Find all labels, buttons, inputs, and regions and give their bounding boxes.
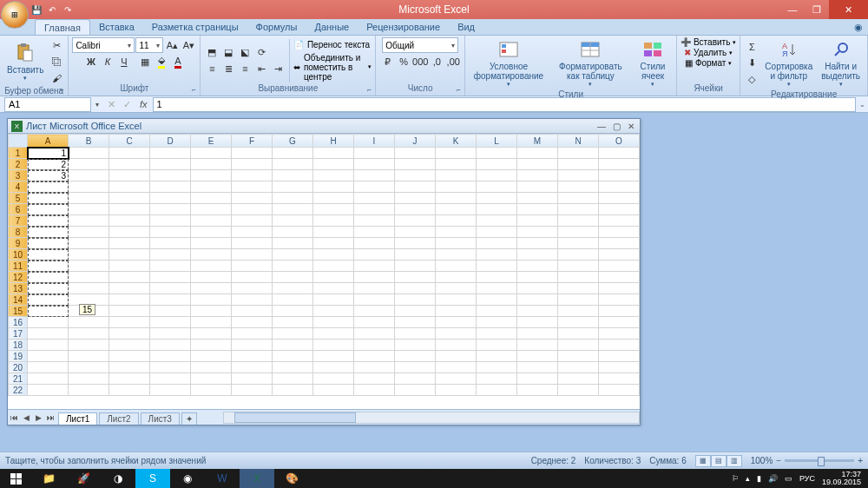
- cell-I19[interactable]: [354, 351, 395, 362]
- cell-E10[interactable]: [191, 249, 232, 260]
- name-box[interactable]: A1: [4, 97, 91, 112]
- undo-icon[interactable]: ↶: [46, 3, 58, 16]
- cell-M2[interactable]: [517, 159, 558, 170]
- cell-M3[interactable]: [517, 170, 558, 181]
- cell-D11[interactable]: [150, 260, 191, 272]
- cell-H3[interactable]: [313, 170, 354, 181]
- taskbar-explorer[interactable]: 📁: [31, 469, 66, 488]
- clear-button[interactable]: ◇: [744, 72, 760, 88]
- redo-icon[interactable]: ↷: [62, 3, 74, 16]
- cell-A21[interactable]: [28, 373, 69, 385]
- cell-B8[interactable]: [69, 227, 109, 238]
- cell-K19[interactable]: [436, 351, 477, 362]
- cell-B12[interactable]: [69, 272, 109, 283]
- align-top-button[interactable]: ⬒: [204, 44, 220, 60]
- cell-D5[interactable]: [150, 193, 191, 204]
- cell-D4[interactable]: [150, 181, 191, 193]
- cell-K21[interactable]: [436, 373, 477, 385]
- cell-C3[interactable]: [109, 170, 150, 181]
- cell-A20[interactable]: [28, 362, 69, 373]
- tray-lang[interactable]: РУС: [799, 474, 815, 483]
- row-header-21[interactable]: 21: [9, 373, 28, 385]
- sheet-tab-1[interactable]: Лист1: [58, 412, 97, 425]
- cell-L7[interactable]: [477, 215, 517, 227]
- namebox-dropdown[interactable]: ▾: [91, 101, 103, 109]
- cell-H14[interactable]: [313, 294, 354, 306]
- cell-F12[interactable]: [232, 272, 273, 283]
- font-size-combo[interactable]: 11▾: [135, 37, 163, 53]
- cell-A5[interactable]: [28, 193, 69, 204]
- cell-F20[interactable]: [232, 362, 273, 373]
- cell-L4[interactable]: [477, 181, 517, 193]
- cell-D14[interactable]: [150, 294, 191, 306]
- cell-J15[interactable]: [395, 306, 436, 317]
- cell-F13[interactable]: [232, 283, 273, 294]
- cell-H12[interactable]: [313, 272, 354, 283]
- cell-F7[interactable]: [232, 215, 273, 227]
- cell-G20[interactable]: [273, 362, 313, 373]
- cell-K2[interactable]: [436, 159, 477, 170]
- cell-A12[interactable]: [28, 272, 69, 283]
- cell-B1[interactable]: [69, 148, 109, 159]
- cell-N4[interactable]: [558, 181, 599, 193]
- cell-H5[interactable]: [313, 193, 354, 204]
- cell-L15[interactable]: [477, 306, 517, 317]
- cell-O3[interactable]: [599, 170, 640, 181]
- cell-G18[interactable]: [273, 340, 313, 351]
- sheet-nav-next[interactable]: ▶: [32, 413, 44, 422]
- cell-I22[interactable]: [354, 385, 395, 396]
- col-header-D[interactable]: D: [150, 135, 191, 148]
- cell-H18[interactable]: [313, 340, 354, 351]
- cell-D1[interactable]: [150, 148, 191, 159]
- col-header-C[interactable]: C: [109, 135, 150, 148]
- cell-N5[interactable]: [558, 193, 599, 204]
- col-header-B[interactable]: B: [69, 135, 109, 148]
- delete-cells-button[interactable]: ✖Удалить▾: [684, 48, 733, 57]
- cell-G5[interactable]: [273, 193, 313, 204]
- cell-F19[interactable]: [232, 351, 273, 362]
- wb-maximize-button[interactable]: ▢: [613, 122, 621, 131]
- cell-J6[interactable]: [395, 204, 436, 215]
- cell-I2[interactable]: [354, 159, 395, 170]
- cell-B13[interactable]: [69, 283, 109, 294]
- cell-L11[interactable]: [477, 260, 517, 272]
- tab-home[interactable]: Главная: [35, 19, 90, 35]
- cell-D17[interactable]: [150, 328, 191, 340]
- cell-J5[interactable]: [395, 193, 436, 204]
- sheet-nav-first[interactable]: ⏮: [8, 413, 20, 422]
- cell-J2[interactable]: [395, 159, 436, 170]
- bold-button[interactable]: Ж: [83, 54, 99, 69]
- cell-A1[interactable]: 1: [28, 148, 69, 159]
- cell-F15[interactable]: [232, 306, 273, 317]
- cell-J19[interactable]: [395, 351, 436, 362]
- cell-K17[interactable]: [436, 328, 477, 340]
- cell-K10[interactable]: [436, 249, 477, 260]
- cell-H1[interactable]: [313, 148, 354, 159]
- cell-O5[interactable]: [599, 193, 640, 204]
- row-header-18[interactable]: 18: [9, 340, 28, 351]
- cancel-formula-button[interactable]: ✕: [103, 96, 119, 112]
- sheet-tab-3[interactable]: Лист3: [141, 412, 180, 425]
- cell-O11[interactable]: [599, 260, 640, 272]
- cell-J10[interactable]: [395, 249, 436, 260]
- italic-button[interactable]: К: [100, 54, 115, 69]
- orientation-button[interactable]: ⟳: [253, 44, 269, 60]
- row-header-20[interactable]: 20: [9, 362, 28, 373]
- cell-G3[interactable]: [273, 170, 313, 181]
- row-header-2[interactable]: 2: [9, 159, 28, 170]
- row-header-4[interactable]: 4: [9, 181, 28, 193]
- col-header-H[interactable]: H: [313, 135, 354, 148]
- cell-B6[interactable]: [69, 204, 109, 215]
- cell-E12[interactable]: [191, 272, 232, 283]
- cell-L20[interactable]: [477, 362, 517, 373]
- cell-C17[interactable]: [109, 328, 150, 340]
- cell-D21[interactable]: [150, 373, 191, 385]
- col-header-N[interactable]: N: [558, 135, 599, 148]
- cell-J16[interactable]: [395, 317, 436, 328]
- cell-H7[interactable]: [313, 215, 354, 227]
- cell-F9[interactable]: [232, 238, 273, 249]
- cell-K11[interactable]: [436, 260, 477, 272]
- cell-C12[interactable]: [109, 272, 150, 283]
- cell-I17[interactable]: [354, 328, 395, 340]
- taskbar-word[interactable]: W: [205, 469, 240, 488]
